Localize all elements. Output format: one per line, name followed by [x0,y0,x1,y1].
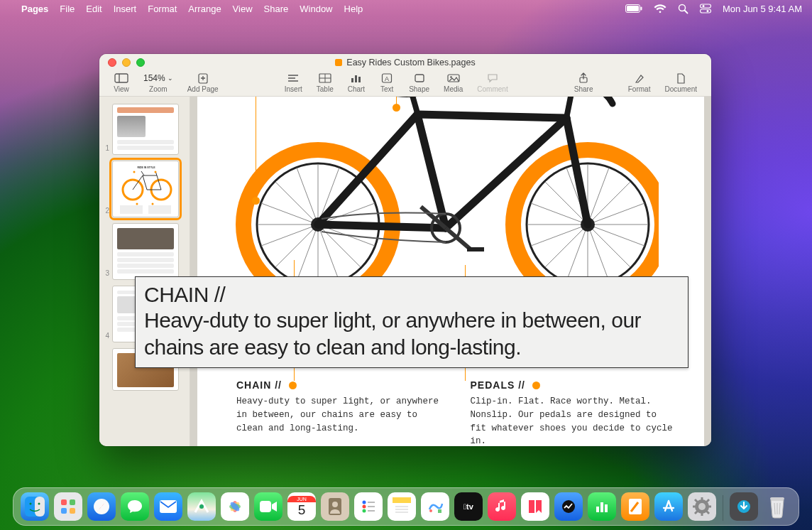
toolbar-add-page[interactable]: Add Page [180,71,226,93]
svg-rect-36 [120,205,143,214]
menu-file[interactable]: File [60,4,75,14]
app-menu[interactable]: Pages [21,4,48,14]
dock-facetime[interactable] [254,492,282,521]
svg-line-113 [706,499,709,502]
callout-marker [252,197,260,205]
menubar-clock[interactable]: Mon Jun 5 9:41 AM [723,4,802,14]
toolbar-media[interactable]: Media [437,71,470,93]
pedals-heading: PEDALS // [471,379,525,391]
toolbar-share[interactable]: Share [567,71,600,93]
menu-insert[interactable]: Insert [114,4,137,14]
dock-trash[interactable] [763,492,791,521]
toolbar-document[interactable]: Document [657,71,704,93]
toolbar-comment[interactable]: Comment [470,71,515,93]
toolbar-add-page-label: Add Page [187,85,219,93]
dock-stocks[interactable] [554,492,583,521]
page-thumbnails-sidebar[interactable]: 1 2 RIDE IN STYLE [99,97,190,446]
dock-maps[interactable] [187,492,216,521]
view-icon [114,72,129,84]
toolbar-shape[interactable]: Shape [402,71,437,93]
battery-icon[interactable] [625,4,642,13]
document-canvas[interactable]: CHAIN // Heavy-duty to super light, or a… [190,97,711,446]
menu-format[interactable]: Format [148,4,177,14]
svg-point-32 [133,171,136,173]
dock-music[interactable] [488,492,516,521]
dock-freeform[interactable] [421,492,449,521]
window-close-button[interactable] [108,58,116,67]
dock-numbers[interactable] [588,492,616,521]
dock-photos[interactable] [221,492,249,521]
toolbar-text[interactable]: AText [372,71,402,93]
toolbar-insert-label: Insert [285,85,302,93]
dock-reminders[interactable] [354,492,383,521]
window-zoom-button[interactable] [136,58,145,67]
media-icon [446,72,461,84]
svg-point-33 [155,171,157,173]
svg-rect-84 [260,501,271,512]
spotlight-icon[interactable] [678,4,688,14]
dock-messages[interactable] [121,492,149,521]
chain-body[interactable]: Heavy-duty to super light, or anywhere i… [236,395,442,435]
svg-rect-7 [700,9,710,13]
hover-text-line1: CHAIN // [144,283,679,307]
thumbnail-1[interactable]: 1 [99,101,190,158]
svg-rect-65 [467,247,484,252]
svg-rect-5 [700,4,710,8]
dock-appstore[interactable] [654,492,683,521]
menu-edit[interactable]: Edit [86,4,102,14]
chart-icon [349,72,364,84]
wifi-icon[interactable] [654,4,666,13]
toolbar-view-label: View [114,85,129,93]
toolbar-table-label: Table [317,85,334,93]
menu-help[interactable]: Help [344,4,363,14]
dock-calendar[interactable]: JUN5 [287,492,316,521]
dock-mail[interactable] [154,492,182,521]
thumb-number [104,388,109,391]
dock-downloads[interactable] [730,492,758,521]
thumbnail-3[interactable]: 3 [99,220,190,283]
control-center-icon[interactable] [700,4,711,13]
dock-settings[interactable] [688,492,716,521]
dock-finder[interactable] [21,492,49,521]
menu-window[interactable]: Window [300,4,332,14]
toolbar-insert[interactable]: Insert [278,71,309,93]
callout-marker [289,382,297,389]
menu-arrange[interactable]: Arrange [188,4,221,14]
svg-point-79 [199,504,204,509]
dock-tv[interactable]: tv [454,492,483,521]
toolbar-view[interactable]: View [106,71,136,93]
document-title[interactable]: Easy Rides Custom Bikes.pages [335,58,475,67]
svg-rect-9 [115,74,128,82]
svg-point-97 [429,509,432,512]
svg-rect-73 [61,508,67,514]
dock-news[interactable] [521,492,549,521]
toolbar-chart[interactable]: Chart [341,71,372,93]
dock-separator [723,495,723,521]
toolbar-zoom[interactable]: 154%⌄ Zoom [136,71,180,93]
thumbnail-2[interactable]: 2 RIDE IN STYLE [99,158,190,220]
dock-contacts[interactable] [321,492,349,521]
insert-icon [285,72,301,84]
document-icon [673,72,688,84]
dock-safari[interactable] [87,492,116,521]
menu-view[interactable]: View [233,4,253,14]
table-icon [317,72,333,84]
chain-heading: CHAIN // [236,379,282,391]
dock-pages[interactable] [621,492,649,521]
svg-text:RIDE IN STYLE: RIDE IN STYLE [137,166,155,169]
svg-rect-98 [438,509,441,513]
window-minimize-button[interactable] [122,58,131,67]
svg-rect-93 [393,497,411,503]
svg-text:A: A [385,75,389,82]
svg-point-8 [706,10,708,12]
toolbar-media-label: Media [444,85,463,93]
dock-launchpad[interactable] [54,492,82,521]
dock-notes[interactable] [388,492,416,521]
toolbar-comment-label: Comment [477,85,508,93]
toolbar-format[interactable]: Format [621,71,658,93]
pedals-body[interactable]: Clip-in. Flat. Race worthy. Metal. Nonsl… [471,395,676,446]
menu-share[interactable]: Share [264,4,289,14]
toolbar-chart-label: Chart [348,85,365,93]
toolbar-table[interactable]: Table [309,71,341,93]
text-icon: A [379,72,395,84]
